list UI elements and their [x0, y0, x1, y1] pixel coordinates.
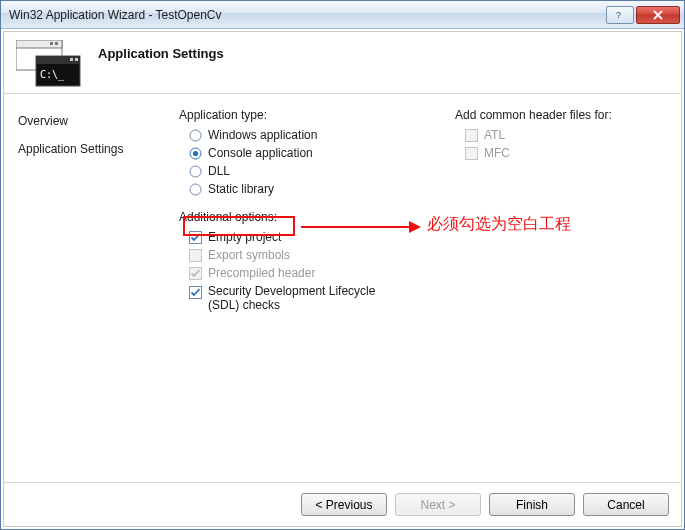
button-label: Finish — [516, 498, 548, 512]
wizard-header: C:\_ Application Settings — [4, 32, 681, 94]
svg-point-12 — [193, 150, 198, 155]
opt-empty-project[interactable]: Empty project — [179, 228, 419, 246]
svg-rect-16 — [190, 249, 202, 261]
svg-point-10 — [190, 130, 201, 141]
option-label: Export symbols — [208, 248, 290, 262]
apptype-console[interactable]: Console application — [179, 144, 419, 162]
apptype-static[interactable]: Static library — [179, 180, 419, 198]
svg-rect-4 — [55, 42, 58, 45]
svg-text:C:\_: C:\_ — [40, 69, 65, 81]
opt-atl: ATL — [455, 126, 612, 144]
svg-rect-3 — [50, 42, 53, 45]
svg-rect-7 — [70, 58, 73, 61]
option-label: Console application — [208, 146, 313, 160]
apptype-windows[interactable]: Windows application — [179, 126, 419, 144]
option-label: DLL — [208, 164, 230, 178]
checkbox-icon — [465, 129, 478, 142]
sidebar-item-overview[interactable]: Overview — [18, 110, 165, 132]
opt-mfc: MFC — [455, 144, 612, 162]
sidebar-item-label: Overview — [18, 114, 68, 128]
option-label: ATL — [484, 128, 505, 142]
button-label: < Previous — [315, 498, 372, 512]
next-button: Next > — [395, 493, 481, 516]
svg-text:?: ? — [616, 10, 621, 20]
wizard-icon: C:\_ — [16, 40, 84, 88]
radio-icon — [189, 183, 202, 196]
option-label: Static library — [208, 182, 274, 196]
previous-button[interactable]: < Previous — [301, 493, 387, 516]
wizard-footer: < Previous Next > Finish Cancel — [4, 482, 681, 526]
apptype-dll[interactable]: DLL — [179, 162, 419, 180]
button-label: Cancel — [607, 498, 644, 512]
close-button[interactable] — [636, 6, 680, 24]
checkbox-icon — [465, 147, 478, 160]
sidebar-item-application-settings[interactable]: Application Settings — [18, 138, 165, 160]
cancel-button[interactable]: Cancel — [583, 493, 669, 516]
checkbox-icon — [189, 286, 202, 299]
svg-rect-19 — [466, 129, 478, 141]
option-label: MFC — [484, 146, 510, 160]
radio-icon — [189, 147, 202, 160]
window-title: Win32 Application Wizard - TestOpenCv — [9, 8, 604, 22]
svg-rect-8 — [75, 58, 78, 61]
help-button[interactable]: ? — [606, 6, 634, 24]
titlebar: Win32 Application Wizard - TestOpenCv ? — [1, 1, 684, 29]
headers-label: Add common header files for: — [455, 108, 612, 122]
option-label: Windows application — [208, 128, 317, 142]
option-label: Security Development Lifecycle (SDL) che… — [208, 284, 408, 312]
finish-button[interactable]: Finish — [489, 493, 575, 516]
svg-rect-6 — [36, 56, 80, 64]
svg-point-13 — [190, 166, 201, 177]
page-title: Application Settings — [98, 46, 224, 61]
radio-icon — [189, 165, 202, 178]
svg-point-14 — [190, 184, 201, 195]
radio-icon — [189, 129, 202, 142]
additional-label: Additional options: — [179, 210, 419, 224]
opt-sdl-checks[interactable]: Security Development Lifecycle (SDL) che… — [179, 282, 419, 314]
opt-precompiled-header: Precompiled header — [179, 264, 419, 282]
option-label: Empty project — [208, 230, 281, 244]
apptype-label: Application type: — [179, 108, 419, 122]
button-label: Next > — [420, 498, 455, 512]
svg-rect-20 — [466, 147, 478, 159]
opt-export-symbols: Export symbols — [179, 246, 419, 264]
checkbox-icon — [189, 231, 202, 244]
option-label: Precompiled header — [208, 266, 315, 280]
sidebar-item-label: Application Settings — [18, 142, 123, 156]
sidebar: Overview Application Settings — [4, 94, 179, 482]
checkbox-icon — [189, 249, 202, 262]
checkbox-icon — [189, 267, 202, 280]
